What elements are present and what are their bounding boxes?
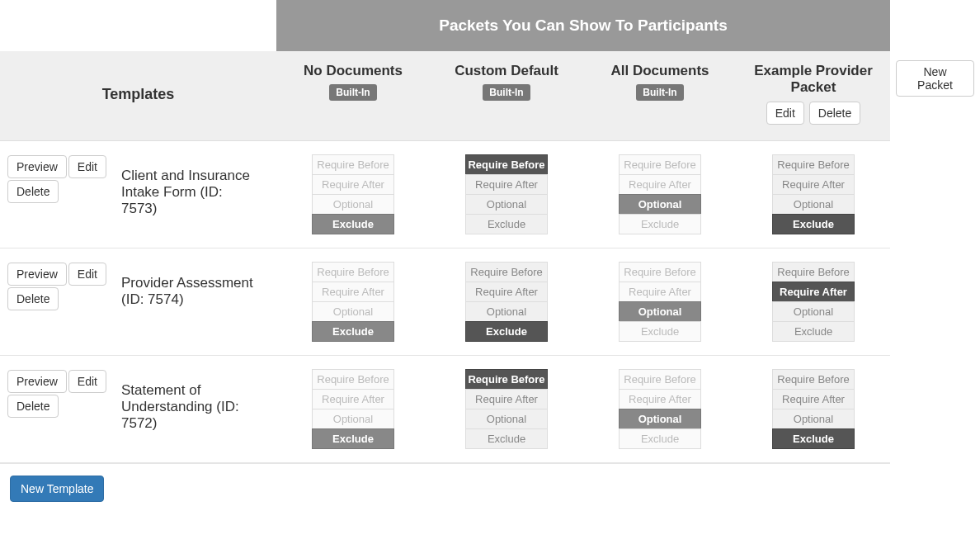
option-require-after[interactable]: Require After: [772, 282, 855, 302]
option-exclude[interactable]: Exclude: [465, 214, 548, 234]
builtin-badge: Built-In: [329, 84, 376, 101]
option-cell: Require BeforeRequire AfterOptionalExclu…: [583, 248, 737, 356]
option-require-after: Require After: [312, 389, 394, 409]
packet-header-custom-default: Custom Default Built-In: [430, 51, 583, 141]
new-packet-button[interactable]: New Packet: [896, 60, 974, 97]
option-optional[interactable]: Optional: [772, 409, 855, 429]
option-require-after: Require After: [312, 174, 394, 195]
option-optional[interactable]: Optional: [772, 194, 855, 215]
template-delete-button[interactable]: Delete: [7, 395, 59, 418]
option-cell: Require BeforeRequire AfterOptionalExclu…: [276, 248, 430, 356]
option-require-before: Require Before: [312, 262, 394, 282]
template-name: Provider Assessment (ID: 7574): [118, 262, 270, 342]
option-cell: Require BeforeRequire AfterOptionalExclu…: [430, 141, 583, 248]
template-delete-button[interactable]: Delete: [7, 287, 59, 310]
option-require-before: Require Before: [312, 369, 394, 390]
option-require-before[interactable]: Require Before: [465, 369, 548, 390]
template-delete-button[interactable]: Delete: [7, 180, 59, 203]
option-exclude: Exclude: [619, 321, 701, 342]
option-cell: Require BeforeRequire AfterOptionalExclu…: [276, 356, 430, 463]
option-optional[interactable]: Optional: [465, 409, 548, 429]
option-require-before[interactable]: Require Before: [772, 369, 855, 390]
template-name: Client and Insurance Intake Form (ID: 75…: [118, 154, 270, 234]
option-optional: Optional: [619, 194, 701, 215]
option-optional: Optional: [619, 301, 701, 322]
option-optional: Optional: [312, 409, 394, 429]
option-exclude: Exclude: [312, 214, 394, 234]
option-cell: Require BeforeRequire AfterOptionalExclu…: [430, 248, 583, 356]
option-exclude: Exclude: [619, 428, 701, 449]
option-optional[interactable]: Optional: [772, 301, 855, 322]
option-require-before[interactable]: Require Before: [465, 262, 548, 282]
template-edit-button[interactable]: Edit: [68, 155, 106, 178]
templates-header: Templates: [0, 51, 276, 141]
template-preview-button[interactable]: Preview: [7, 370, 67, 393]
option-exclude: Exclude: [619, 214, 701, 234]
option-optional: Optional: [312, 301, 394, 322]
option-optional[interactable]: Optional: [465, 301, 548, 322]
builtin-badge: Built-In: [483, 84, 530, 101]
option-require-after[interactable]: Require After: [465, 282, 548, 302]
template-preview-button[interactable]: Preview: [7, 263, 67, 286]
option-require-before: Require Before: [619, 262, 701, 282]
option-require-after[interactable]: Require After: [465, 389, 548, 409]
option-require-after: Require After: [619, 282, 701, 302]
option-exclude[interactable]: Exclude: [465, 321, 548, 342]
option-cell: Require BeforeRequire AfterOptionalExclu…: [430, 356, 583, 463]
option-cell: Require BeforeRequire AfterOptionalExclu…: [583, 356, 737, 463]
option-require-before[interactable]: Require Before: [772, 154, 855, 175]
template-row: PreviewEditDeleteProvider Assessment (ID…: [0, 248, 276, 356]
option-exclude[interactable]: Exclude: [772, 214, 855, 234]
new-template-button[interactable]: New Template: [10, 476, 104, 502]
option-cell: Require BeforeRequire AfterOptionalExclu…: [737, 141, 890, 248]
option-exclude[interactable]: Exclude: [772, 321, 855, 342]
option-require-before: Require Before: [312, 154, 394, 175]
option-require-after: Require After: [619, 389, 701, 409]
option-optional[interactable]: Optional: [465, 194, 548, 215]
option-require-after: Require After: [619, 174, 701, 195]
option-require-after: Require After: [312, 282, 394, 302]
template-row: PreviewEditDeleteClient and Insurance In…: [0, 141, 276, 248]
option-cell: Require BeforeRequire AfterOptionalExclu…: [737, 248, 890, 356]
option-require-after[interactable]: Require After: [772, 174, 855, 195]
option-exclude: Exclude: [312, 321, 394, 342]
option-optional: Optional: [619, 409, 701, 429]
template-edit-button[interactable]: Edit: [68, 263, 106, 286]
option-optional: Optional: [312, 194, 394, 215]
packet-delete-button[interactable]: Delete: [809, 102, 860, 125]
template-row: PreviewEditDeleteStatement of Understand…: [0, 356, 276, 463]
option-require-before[interactable]: Require Before: [465, 154, 548, 175]
option-require-after[interactable]: Require After: [772, 389, 855, 409]
packet-edit-button[interactable]: Edit: [766, 102, 804, 125]
packet-header-example-provider: Example Provider Packet Edit Delete: [737, 51, 890, 141]
packet-header-no-documents: No Documents Built-In: [276, 51, 430, 141]
option-exclude: Exclude: [312, 428, 394, 449]
option-require-after[interactable]: Require After: [465, 174, 548, 195]
option-cell: Require BeforeRequire AfterOptionalExclu…: [737, 356, 890, 463]
template-preview-button[interactable]: Preview: [7, 155, 67, 178]
packet-header-all-documents: All Documents Built-In: [583, 51, 737, 141]
builtin-badge: Built-In: [636, 84, 683, 101]
option-exclude[interactable]: Exclude: [772, 428, 855, 449]
option-require-before: Require Before: [619, 369, 701, 390]
template-name: Statement of Understanding (ID: 7572): [118, 369, 270, 449]
option-require-before[interactable]: Require Before: [772, 262, 855, 282]
template-edit-button[interactable]: Edit: [68, 370, 106, 393]
packets-banner: Packets You Can Show To Participants: [276, 0, 890, 51]
option-cell: Require BeforeRequire AfterOptionalExclu…: [583, 141, 737, 248]
option-require-before: Require Before: [619, 154, 701, 175]
option-exclude[interactable]: Exclude: [465, 428, 548, 449]
option-cell: Require BeforeRequire AfterOptionalExclu…: [276, 141, 430, 248]
